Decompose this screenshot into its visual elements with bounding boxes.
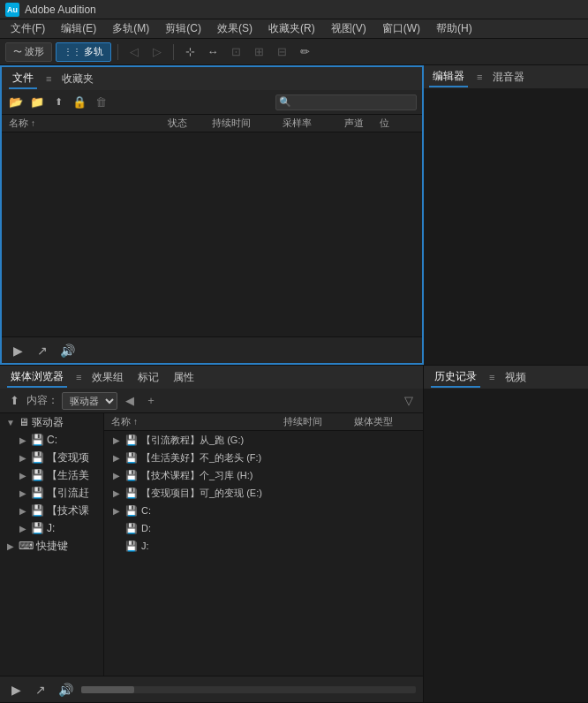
- folder-icon: 💾: [125, 452, 138, 464]
- history-menu-icon[interactable]: ≡: [489, 372, 494, 382]
- menu-clip[interactable]: 剪辑(C): [158, 19, 208, 38]
- tree-item-drives[interactable]: ▼ 🖥 驱动器: [0, 413, 103, 431]
- menu-file[interactable]: 文件(F): [4, 19, 52, 38]
- list-item[interactable]: ▶ 💾 【技术课程】个_习库 (H:): [104, 466, 423, 484]
- files-search-input[interactable]: [275, 94, 417, 110]
- filter-btn[interactable]: ▽: [400, 392, 418, 410]
- tree-item-c[interactable]: ▶ 💾 C:: [0, 431, 103, 449]
- menu-edit[interactable]: 编辑(E): [54, 19, 103, 38]
- content-label: 内容：: [26, 393, 58, 408]
- expand-icon: ▶: [111, 453, 122, 463]
- media-play-btn[interactable]: ▶: [7, 681, 25, 699]
- top-row: 文件 ≡ 收藏夹 📂 📁 ⬆ 🔒 🗑 🔍 名称 ↑: [0, 65, 588, 366]
- toolbar-tool2[interactable]: ↔: [203, 42, 222, 62]
- tab-history[interactable]: 历史记录: [431, 367, 480, 388]
- media-main: ▼ 🖥 驱动器 ▶ 💾 C: ▶ 💾 【变现项: [0, 413, 423, 676]
- tree-item-jishu[interactable]: ▶ 💾 【技术课: [0, 502, 103, 519]
- expand-icon: ▶: [111, 524, 122, 533]
- tab-files[interactable]: 文件: [9, 69, 37, 89]
- menu-effects[interactable]: 效果(S): [210, 19, 260, 38]
- list-item[interactable]: ▶ 💾 【变现项目】可_的变现 (E:): [104, 484, 423, 502]
- new-file-btn[interactable]: 📂: [7, 94, 25, 111]
- expand-c-icon: ▶: [18, 435, 28, 445]
- media-upload-btn[interactable]: ⬆: [5, 392, 23, 410]
- media-add-btn[interactable]: +: [142, 392, 160, 410]
- col-duration-header: 持续时间: [212, 117, 283, 130]
- title-bar: Au Adobe Audition: [0, 0, 588, 19]
- expand-yinliu-icon: ▶: [18, 488, 28, 498]
- shenghuo-icon: 💾: [31, 469, 44, 481]
- tree-item-j[interactable]: ▶ 💾 J:: [0, 519, 103, 537]
- toolbar-tool3[interactable]: ⊡: [226, 42, 245, 62]
- expand-jishu-icon: ▶: [18, 506, 28, 516]
- file-list-body: ▶ 💾 【引流教程】从_跑 (G:) ▶ 💾 【生活美好】不_的老头 (F:) …: [104, 431, 423, 676]
- col-channels-header: 声道: [344, 117, 380, 130]
- menu-help[interactable]: 帮助(H): [429, 19, 479, 38]
- import-btn[interactable]: ⬆: [49, 94, 67, 111]
- menu-view[interactable]: 视图(V): [324, 19, 373, 38]
- file-list-panel: 名称 ↑ 持续时间 媒体类型 ▶ 💾 【引流教程】从_跑 (G:): [104, 413, 423, 676]
- media-footer: ▶ ↗ 🔊: [0, 676, 423, 702]
- expand-icon: ▶: [111, 471, 122, 480]
- content-dropdown[interactable]: 驱动器 文件夹 收藏夹: [62, 392, 117, 410]
- file-list-header: 名称 ↑ 持续时间 媒体类型: [104, 413, 423, 431]
- tree-item-bianyuan[interactable]: ▶ 💾 【变现项: [0, 449, 103, 466]
- search-wrapper: 🔍: [275, 94, 417, 110]
- files-menu-icon[interactable]: ≡: [46, 73, 51, 84]
- list-item[interactable]: ▶ 💾 J:: [104, 537, 423, 555]
- lock-btn[interactable]: 🔒: [71, 94, 88, 111]
- toolbar-tool1[interactable]: ⊹: [180, 42, 200, 62]
- export-btn[interactable]: ↗: [34, 342, 51, 359]
- tab-editor[interactable]: 编辑器: [429, 67, 468, 87]
- col-name-header[interactable]: 名称 ↑: [9, 117, 168, 130]
- tree-item-shortcuts[interactable]: ▶ ⌨ 快捷键: [0, 537, 103, 555]
- media-header: 媒体浏览器 ≡ 效果组 标记 属性: [0, 366, 423, 389]
- bottom-row: 媒体浏览器 ≡ 效果组 标记 属性 ⬆ 内容： 驱动器 文件夹 收藏夹 ◀ +: [0, 366, 588, 703]
- waveform-icon: 〜: [13, 46, 22, 58]
- expand-icon: ▶: [111, 541, 122, 551]
- toolbar-tool5[interactable]: ⊟: [272, 42, 291, 62]
- toolbar-forward-btn[interactable]: ▷: [147, 42, 167, 62]
- toolbar-tool6[interactable]: ✏: [295, 42, 314, 62]
- list-item[interactable]: ▶ 💾 C:: [104, 502, 423, 519]
- menu-favorites[interactable]: 收藏夹(R): [261, 19, 322, 38]
- tab-effects-group[interactable]: 效果组: [88, 368, 127, 387]
- main: 文件 ≡ 收藏夹 📂 📁 ⬆ 🔒 🗑 🔍 名称 ↑: [0, 65, 588, 703]
- multitrack-btn[interactable]: ⋮⋮ 多轨: [56, 42, 111, 62]
- tab-markers[interactable]: 标记: [134, 368, 162, 387]
- play-btn[interactable]: ▶: [9, 342, 26, 359]
- tab-favorites[interactable]: 收藏夹: [58, 70, 97, 88]
- editor-tabs: 编辑器 ≡ 混音器: [424, 65, 588, 88]
- shortcuts-icon: ⌨: [19, 540, 34, 552]
- list-item[interactable]: ▶ 💾 D:: [104, 519, 423, 537]
- j-drive-icon: 💾: [31, 522, 44, 534]
- menu-window[interactable]: 窗口(W): [375, 19, 427, 38]
- media-scrollbar[interactable]: [81, 686, 416, 693]
- tab-properties[interactable]: 属性: [170, 368, 198, 387]
- editor-menu-icon[interactable]: ≡: [477, 72, 482, 82]
- multitrack-icon: ⋮⋮: [64, 47, 81, 57]
- media-scrollbar-thumb: [81, 686, 134, 693]
- list-item[interactable]: ▶ 💾 【引流教程】从_跑 (G:): [104, 431, 423, 449]
- toolbar-tool4[interactable]: ⊞: [249, 42, 268, 62]
- c-drive-icon: 💾: [31, 434, 44, 446]
- open-file-btn[interactable]: 📁: [28, 94, 46, 111]
- fl-col-name[interactable]: 名称 ↑: [111, 415, 283, 428]
- tree-item-yinliu[interactable]: ▶ 💾 【引流赶: [0, 484, 103, 502]
- tree-item-shenghuo[interactable]: ▶ 💾 【生活美: [0, 466, 103, 484]
- list-item[interactable]: ▶ 💾 【生活美好】不_的老头 (F:): [104, 449, 423, 466]
- speaker-btn[interactable]: 🔊: [58, 342, 76, 359]
- tab-media-browser[interactable]: 媒体浏览器: [7, 367, 67, 388]
- tab-mixer[interactable]: 混音器: [489, 68, 528, 87]
- media-export-btn[interactable]: ↗: [32, 681, 49, 699]
- waveform-btn[interactable]: 〜 波形: [5, 42, 52, 62]
- media-back-btn[interactable]: ◀: [121, 392, 139, 410]
- toolbar-back-btn[interactable]: ◁: [124, 42, 144, 62]
- media-speaker-btn[interactable]: 🔊: [57, 681, 74, 699]
- history-panel: 历史记录 ≡ 视频: [424, 366, 588, 702]
- delete-btn[interactable]: 🗑: [92, 94, 109, 111]
- menu-multitrack[interactable]: 多轨(M): [105, 19, 156, 38]
- tab-video[interactable]: 视频: [501, 368, 530, 387]
- media-menu-icon[interactable]: ≡: [76, 372, 81, 382]
- col-samplerate-header: 采样率: [283, 117, 344, 130]
